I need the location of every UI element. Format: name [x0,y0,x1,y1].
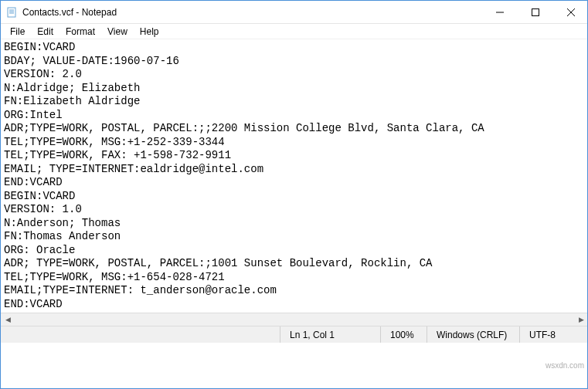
menubar: File Edit Format View Help [1,24,588,39]
svg-rect-5 [532,8,539,15]
status-zoom: 100% [380,326,427,343]
window-controls [482,1,588,23]
scroll-left-icon[interactable]: ◀ [2,314,14,326]
horizontal-scrollbar[interactable]: ◀ ▶ [1,313,588,326]
notepad-icon [5,6,18,19]
menu-format[interactable]: Format [59,25,101,39]
text-editor[interactable]: BEGIN:VCARD BDAY; VALUE-DATE:1960-07-16 … [1,39,588,313]
statusbar: Ln 1, Col 1 100% Windows (CRLF) UTF-8 [1,326,588,343]
status-encoding: UTF-8 [519,326,588,343]
minimize-button[interactable] [482,1,518,23]
close-button[interactable] [553,1,588,23]
menu-view[interactable]: View [101,25,134,39]
menu-file[interactable]: File [4,25,31,39]
watermark: wsxdn.com [546,361,584,370]
status-line-ending: Windows (CRLF) [427,326,519,343]
status-position: Ln 1, Col 1 [280,326,380,343]
svg-rect-0 [8,8,15,17]
menu-help[interactable]: Help [134,25,165,39]
menu-edit[interactable]: Edit [31,25,59,39]
window-title: Contacts.vcf - Notepad [22,7,482,18]
titlebar: Contacts.vcf - Notepad [1,1,588,24]
scroll-right-icon[interactable]: ▶ [576,314,587,326]
maximize-button[interactable] [518,1,553,23]
